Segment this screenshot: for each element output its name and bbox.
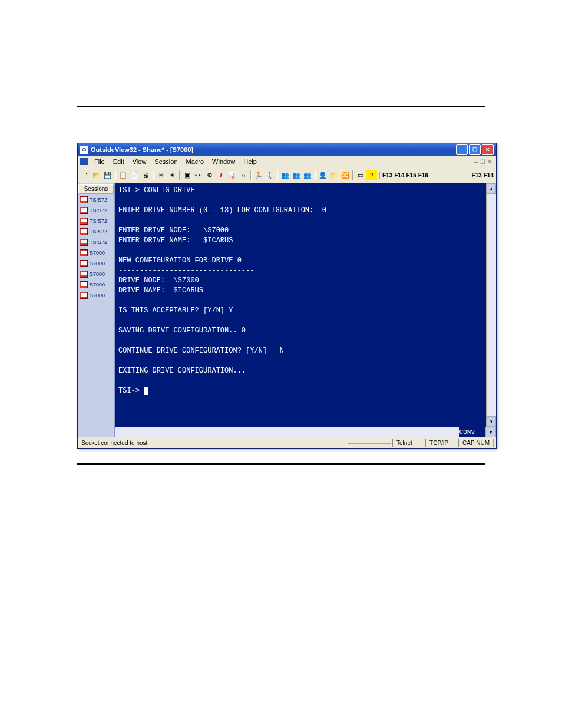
session-label: S7000 [90,261,105,266]
scroll-down-icon[interactable]: ▼ [487,416,496,427]
status-message: Socket connected to host [80,440,346,446]
terminal-icon [80,249,88,256]
help-icon[interactable]: ? [366,170,377,180]
app-icon: O [80,146,88,154]
cursor [144,387,148,395]
fkey-f14[interactable]: F14 [394,172,404,179]
scroll-track[interactable] [487,194,496,416]
session-item[interactable]: TSIS72 [78,205,114,216]
session-item[interactable]: S7000 [78,279,114,290]
terminal-icon [80,207,88,214]
screen-icon[interactable]: ▣ [182,170,193,180]
session-label: TSIS72 [90,229,107,235]
terminal[interactable]: TSI-> CONFIG_DRIVE ENTER DRIVE NUMBER (0… [115,183,486,427]
fkey2-f14[interactable]: F14 [484,172,494,179]
close-button[interactable]: ✕ [482,144,494,155]
runner1-icon[interactable]: 🏃 [253,170,264,180]
print-icon[interactable]: 🖨 [140,170,151,180]
menubar: File Edit View Session Macro Window Help… [78,156,496,167]
session-label: S7000 [90,292,105,298]
maximize-button[interactable]: ☐ [469,144,481,155]
session-label: TSIS72 [90,207,107,213]
group2-icon[interactable]: 👥 [291,170,302,180]
hscroll-row: CONV ▼ [115,427,496,437]
mdi-buttons: – ☐ × [475,159,494,165]
open-icon[interactable]: 📂 [91,170,102,180]
person-icon[interactable]: 👤 [318,170,328,180]
session-item[interactable]: TSIS72 [78,195,114,205]
tool2-icon[interactable]: ✴ [167,170,177,180]
scroll-down2-icon[interactable]: ▼ [485,427,496,437]
terminal-icon [80,239,88,246]
terminal-container: TSI-> CONFIG_DRIVE ENTER DRIVE NUMBER (0… [115,183,496,437]
menu-edit[interactable]: Edit [110,157,128,166]
session-label: S7000 [90,271,105,277]
fkey-f15[interactable]: F15 [406,172,416,179]
mdi-restore[interactable]: ☐ [480,159,485,165]
terminal-icon [80,271,88,278]
mdi-minimize[interactable]: – [475,159,478,165]
new-icon[interactable]: 🗋 [80,170,91,180]
fx-icon[interactable]: f [216,170,226,180]
session-item[interactable]: TSIS72 [78,237,114,248]
terminal-icon [80,218,88,225]
status-cell-tcpip: TCP/IP [425,439,457,447]
menu-view[interactable]: View [129,157,150,166]
scroll-up-icon[interactable]: ▲ [487,183,496,194]
group3-icon[interactable]: 👥 [302,170,313,180]
statusbar: Socket connected to host Telnet TCP/IP C… [78,437,496,448]
folder-icon[interactable]: 📁 [329,170,339,180]
session-item[interactable]: S7000 [78,269,114,279]
session-item[interactable]: S7000 [78,290,114,301]
session-label: S7000 [90,250,105,256]
fkey-group-b: F13 F14 [472,172,494,179]
mdi-icon[interactable] [80,158,88,165]
transfer-icon[interactable]: 🔀 [340,170,351,180]
session-label: TSIS72 [90,197,107,203]
menu-window[interactable]: Window [209,157,239,166]
copy-icon[interactable]: 📋 [118,170,128,180]
paste-icon[interactable]: 📄 [129,170,140,180]
terminal-icon [80,196,88,203]
session-label: S7000 [90,282,105,288]
terminal-icon [80,228,88,235]
group1-icon[interactable]: 👥 [280,170,290,180]
menu-file[interactable]: File [91,157,108,166]
session-item[interactable]: TSIS72 [78,226,114,237]
top-rule [77,106,485,107]
conv-label: CONV [459,427,485,437]
session-item[interactable]: S7000 [78,258,114,269]
minimize-button[interactable]: – [456,144,468,155]
app-window: O OutsideView32 - Shane* - [S7000] – ☐ ✕… [77,143,497,449]
menu-help[interactable]: Help [240,157,260,166]
session-item[interactable]: S7000 [78,248,114,258]
menu-session[interactable]: Session [151,157,181,166]
tool-icon[interactable]: ✳ [156,170,166,180]
terminal-icon [80,281,88,288]
sessions-sidebar: Sessions TSIS72TSIS72TSIS72TSIS72TSIS72S… [78,183,115,437]
session-label: TSIS72 [90,218,107,224]
chart-icon[interactable]: 📊 [227,170,237,180]
bottom-rule [77,463,485,465]
fkey-f16[interactable]: F16 [418,172,428,179]
runner2-icon[interactable]: 🚶 [265,170,275,180]
terminal-icon [80,260,88,267]
menu-macro[interactable]: Macro [183,157,208,166]
titlebar[interactable]: O OutsideView32 - Shane* - [S7000] – ☐ ✕ [78,143,496,156]
session-label: TSIS72 [90,239,107,245]
fkey2-f13[interactable]: F13 [472,172,482,179]
binoculars-icon[interactable]: 👀 [193,170,204,180]
sessions-header[interactable]: Sessions [78,184,114,194]
status-cell-capnum: CAP NUM [458,439,494,447]
status-cell-telnet: Telnet [392,439,424,447]
misc-icon[interactable]: ⚙ [204,170,215,180]
mdi-close[interactable]: × [488,159,491,165]
window-title: OutsideView32 - Shane* - [S7000] [91,146,456,153]
fkey-group-a: F13 F14 F15 F16 [379,172,428,179]
home-icon[interactable]: ⌂ [238,170,249,180]
fkey-f13[interactable]: F13 [382,172,392,179]
save-icon[interactable]: 💾 [103,170,113,180]
session-item[interactable]: TSIS72 [78,216,114,226]
vertical-scrollbar[interactable]: ▲ ▼ [486,183,496,427]
window-icon[interactable]: ▭ [355,170,366,180]
